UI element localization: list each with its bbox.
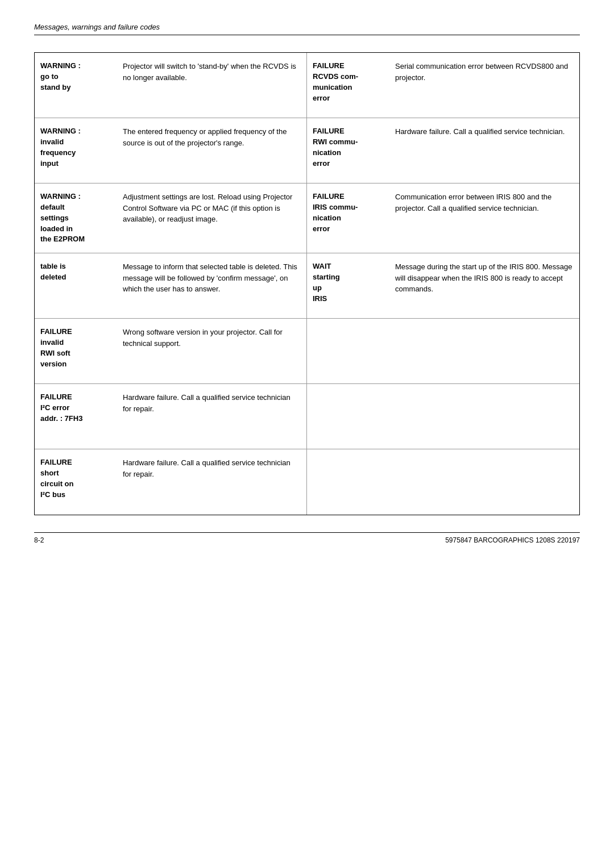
footer-right: 5975847 BARCOGRAPHICS 1208S 220197: [445, 536, 580, 544]
cell-right-5: [307, 384, 579, 449]
cell-right-0: FAILURE RCVDS com- munication error Seri…: [307, 53, 579, 118]
label-box-2-right: FAILURE IRIS commu- nication error: [313, 191, 395, 245]
type-0-right: FAILURE: [313, 61, 391, 72]
type-5: FAILURE: [40, 392, 118, 403]
table-row: WARNING : invalid frequency input The en…: [35, 118, 579, 183]
type-2-right: FAILURE: [313, 191, 391, 202]
cell-left-6: FAILURE short circuit on I²C bus Hardwar…: [35, 449, 307, 515]
type-1-right: FAILURE: [313, 126, 391, 137]
cell-right-1: FAILURE RWI commu- nication error Hardwa…: [307, 118, 579, 183]
detail-1-right: RWI commu- nication error: [313, 137, 391, 169]
detail-0-right: RCVDS com- munication error: [313, 72, 391, 104]
header-divider: [34, 35, 580, 35]
type-2-left: WARNING :: [40, 191, 118, 202]
type-3-right: WAIT: [313, 261, 391, 272]
label-box-6-left: FAILURE short circuit on I²C bus: [40, 457, 123, 507]
cell-right-2: FAILURE IRIS commu- nication error Commu…: [307, 183, 579, 253]
cell-left-4: FAILURE invalid RWI soft version Wrong s…: [35, 319, 307, 383]
cell-right-3: WAIT starting up IRIS Message during the…: [307, 253, 579, 318]
type-6: FAILURE: [40, 457, 118, 468]
label-box-1-right: FAILURE RWI commu- nication error: [313, 126, 395, 175]
desc-3-right: Message during the start up of the IRIS …: [395, 261, 574, 310]
detail-1-left: invalid frequency input: [40, 137, 118, 169]
table-row: FAILURE I²C error addr. : 7FH3 Hardware …: [35, 384, 579, 449]
detail-2-left: default settings loaded in the E2PROM: [40, 202, 118, 245]
label-box-1-left: WARNING : invalid frequency input: [40, 126, 123, 175]
cell-left-2: WARNING : default settings loaded in the…: [35, 183, 307, 253]
table-row: FAILURE invalid RWI soft version Wrong s…: [35, 319, 579, 384]
label-box-4-left: FAILURE invalid RWI soft version: [40, 327, 123, 375]
desc-6: Hardware failure. Call a qualified servi…: [123, 457, 301, 507]
cell-left-1: WARNING : invalid frequency input The en…: [35, 118, 307, 183]
cell-left-5: FAILURE I²C error addr. : 7FH3 Hardware …: [35, 384, 307, 449]
table-row: WARNING : default settings loaded in the…: [35, 183, 579, 253]
desc-1-left: The entered frequency or applied frequen…: [123, 126, 301, 175]
desc-2-left: Adjustment settings are lost. Reload usi…: [123, 191, 301, 245]
table-row: WARNING : go to stand by Projector will …: [35, 53, 579, 118]
desc-1-right: Hardware failure. Call a qualified servi…: [395, 126, 574, 175]
label-box-0-left: WARNING : go to stand by: [40, 61, 123, 110]
type-4: FAILURE: [40, 327, 118, 337]
detail-3-left: table is deleted: [40, 261, 118, 283]
label-box-5-left: FAILURE I²C error addr. : 7FH3: [40, 392, 123, 441]
desc-0-right: Serial communication error between RCVDS…: [395, 61, 574, 110]
table-row: FAILURE short circuit on I²C bus Hardwar…: [35, 449, 579, 515]
label-box-0-right: FAILURE RCVDS com- munication error: [313, 61, 395, 110]
detail-3-right: starting up IRIS: [313, 272, 391, 304]
desc-5: Hardware failure. Call a qualified servi…: [123, 392, 301, 441]
detail-2-right: IRIS commu- nication error: [313, 202, 391, 235]
type-0-left: WARNING :: [40, 61, 118, 72]
desc-2-right: Communication error between IRIS 800 and…: [395, 191, 574, 245]
detail-0-left: go to stand by: [40, 72, 118, 93]
type-1-left: WARNING :: [40, 126, 118, 137]
detail-6: short circuit on I²C bus: [40, 468, 118, 500]
desc-3-left: Message to inform that selected table is…: [123, 261, 301, 310]
table-row: table is deleted Message to inform that …: [35, 253, 579, 319]
desc-4: Wrong software version in your projector…: [123, 327, 301, 375]
cell-left-0: WARNING : go to stand by Projector will …: [35, 53, 307, 118]
detail-4: invalid RWI soft version: [40, 337, 118, 370]
cell-right-6: [307, 449, 579, 515]
desc-0-left: Projector will switch to 'stand-by' when…: [123, 61, 301, 110]
page-footer: 8-2 5975847 BARCOGRAPHICS 1208S 220197: [34, 532, 580, 544]
footer-left: 8-2: [34, 536, 44, 544]
cell-right-4: [307, 319, 579, 383]
label-box-2-left: WARNING : default settings loaded in the…: [40, 191, 123, 245]
detail-5: I²C error addr. : 7FH3: [40, 403, 118, 424]
main-table: WARNING : go to stand by Projector will …: [34, 52, 580, 515]
page-header: Messages, warnings and failure codes: [34, 23, 580, 31]
label-box-3-left: table is deleted: [40, 261, 123, 310]
label-box-3-right: WAIT starting up IRIS: [313, 261, 395, 310]
cell-left-3: table is deleted Message to inform that …: [35, 253, 307, 318]
